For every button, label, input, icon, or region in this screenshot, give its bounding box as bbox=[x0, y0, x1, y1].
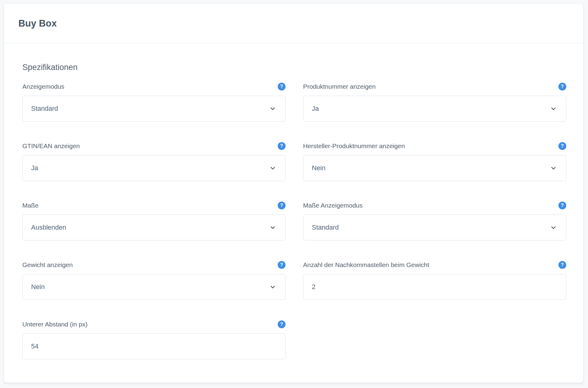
question-mark-glyph: ? bbox=[561, 203, 564, 208]
field-head: Maße ? bbox=[22, 201, 286, 210]
masse-anzeigemodus-help-icon[interactable]: ? bbox=[558, 202, 566, 209]
field-head: Maße Anzeigemodus ? bbox=[303, 201, 566, 210]
field-head: Produktnummer anzeigen ? bbox=[303, 82, 566, 91]
anzahl-nachkommastellen-gewicht-help-icon[interactable]: ? bbox=[558, 261, 566, 269]
gtin-ean-anzeigen-value: Ja bbox=[31, 164, 269, 172]
field-head: GTIN/EAN anzeigen ? bbox=[22, 141, 286, 151]
hersteller-produktnummer-anzeigen-select[interactable]: Nein bbox=[303, 155, 566, 181]
field-anzeigemodus: Anzeigemodus ? Standard bbox=[22, 82, 286, 122]
field-masse: Maße ? Ausblenden bbox=[22, 201, 286, 240]
buy-box-card: Buy Box Spezifikationen Anzeigemodus ? S… bbox=[4, 4, 583, 383]
field-gewicht-anzeigen: Gewicht anzeigen ? Nein bbox=[22, 260, 286, 300]
field-anzahl-nachkommastellen-gewicht: Anzahl der Nachkommastellen beim Gewicht… bbox=[303, 260, 566, 300]
field-unterer-abstand: Unterer Abstand (in px) ? bbox=[22, 320, 286, 359]
question-mark-glyph: ? bbox=[280, 322, 283, 327]
chevron-down-icon bbox=[550, 165, 557, 172]
produktnummer-anzeigen-label: Produktnummer anzeigen bbox=[303, 83, 375, 90]
field-produktnummer-anzeigen: Produktnummer anzeigen ? Ja bbox=[303, 82, 566, 122]
gewicht-anzeigen-select[interactable]: Nein bbox=[22, 274, 286, 300]
field-head: Gewicht anzeigen ? bbox=[22, 260, 286, 270]
anzeigemodus-value: Standard bbox=[31, 105, 269, 113]
fields-grid: Anzeigemodus ? Standard Produktnummer an… bbox=[22, 82, 566, 379]
masse-anzeigemodus-value: Standard bbox=[312, 224, 550, 231]
chevron-down-icon bbox=[550, 224, 557, 231]
question-mark-glyph: ? bbox=[280, 203, 283, 208]
field-head: Hersteller-Produktnummer anzeigen ? bbox=[303, 141, 566, 151]
chevron-down-icon bbox=[269, 224, 276, 231]
gtin-ean-anzeigen-select[interactable]: Ja bbox=[22, 155, 286, 181]
question-mark-glyph: ? bbox=[561, 84, 564, 89]
gewicht-anzeigen-help-icon[interactable]: ? bbox=[278, 261, 286, 269]
field-head: Anzeigemodus ? bbox=[22, 82, 286, 91]
chevron-down-icon bbox=[269, 284, 276, 291]
hersteller-produktnummer-anzeigen-value: Nein bbox=[312, 164, 550, 172]
unterer-abstand-help-icon[interactable]: ? bbox=[278, 320, 286, 328]
field-head: Unterer Abstand (in px) ? bbox=[22, 320, 286, 329]
masse-anzeigemodus-select[interactable]: Standard bbox=[303, 215, 566, 240]
question-mark-glyph: ? bbox=[280, 84, 283, 89]
unterer-abstand-input[interactable] bbox=[22, 333, 286, 359]
anzahl-nachkommastellen-gewicht-label: Anzahl der Nachkommastellen beim Gewicht bbox=[303, 261, 429, 269]
gtin-ean-anzeigen-help-icon[interactable]: ? bbox=[278, 142, 286, 150]
produktnummer-anzeigen-select[interactable]: Ja bbox=[303, 96, 566, 122]
anzahl-nachkommastellen-gewicht-input[interactable] bbox=[303, 274, 566, 300]
gewicht-anzeigen-value: Nein bbox=[31, 283, 269, 291]
produktnummer-anzeigen-help-icon[interactable]: ? bbox=[558, 83, 566, 91]
chevron-down-icon bbox=[550, 105, 557, 112]
masse-help-icon[interactable]: ? bbox=[278, 202, 286, 209]
produktnummer-anzeigen-value: Ja bbox=[312, 105, 550, 113]
chevron-down-icon bbox=[269, 105, 276, 112]
card-body: Spezifikationen Anzeigemodus ? Standard … bbox=[4, 43, 583, 379]
section-title: Spezifikationen bbox=[22, 62, 566, 72]
masse-value: Ausblenden bbox=[31, 224, 269, 231]
chevron-down-icon bbox=[269, 165, 276, 172]
anzeigemodus-select[interactable]: Standard bbox=[22, 96, 286, 122]
masse-select[interactable]: Ausblenden bbox=[22, 215, 286, 240]
unterer-abstand-label: Unterer Abstand (in px) bbox=[22, 321, 88, 328]
field-head: Anzahl der Nachkommastellen beim Gewicht… bbox=[303, 260, 566, 270]
question-mark-glyph: ? bbox=[561, 262, 564, 268]
anzeigemodus-help-icon[interactable]: ? bbox=[278, 83, 286, 91]
question-mark-glyph: ? bbox=[280, 262, 283, 268]
field-masse-anzeigemodus: Maße Anzeigemodus ? Standard bbox=[303, 201, 566, 240]
field-hersteller-produktnummer-anzeigen: Hersteller-Produktnummer anzeigen ? Nein bbox=[303, 141, 566, 181]
masse-anzeigemodus-label: Maße Anzeigemodus bbox=[303, 202, 363, 209]
question-mark-glyph: ? bbox=[280, 143, 283, 149]
question-mark-glyph: ? bbox=[561, 143, 564, 149]
gewicht-anzeigen-label: Gewicht anzeigen bbox=[22, 261, 73, 269]
card-title: Buy Box bbox=[18, 18, 57, 29]
hersteller-produktnummer-anzeigen-help-icon[interactable]: ? bbox=[558, 142, 566, 150]
hersteller-produktnummer-anzeigen-label: Hersteller-Produktnummer anzeigen bbox=[303, 142, 405, 150]
anzeigemodus-label: Anzeigemodus bbox=[22, 83, 64, 90]
field-gtin-ean-anzeigen: GTIN/EAN anzeigen ? Ja bbox=[22, 141, 286, 181]
masse-label: Maße bbox=[22, 202, 39, 209]
gtin-ean-anzeigen-label: GTIN/EAN anzeigen bbox=[22, 142, 80, 150]
card-header: Buy Box bbox=[4, 4, 583, 43]
